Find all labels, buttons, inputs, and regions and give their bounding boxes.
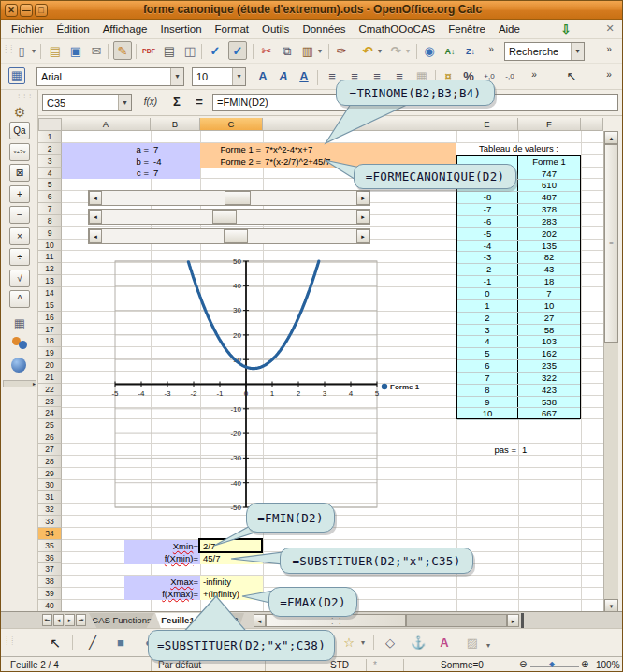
- page-preview-icon[interactable]: ◫: [181, 42, 199, 61]
- menu-item[interactable]: Affichage: [96, 22, 154, 37]
- selection-pointer-icon[interactable]: ↖: [562, 67, 581, 86]
- y-value-cell[interactable]: 103: [518, 336, 580, 347]
- cas-operation-button[interactable]: ÷: [9, 248, 30, 266]
- copy-icon[interactable]: ⧉: [278, 42, 297, 61]
- select-arrow-icon[interactable]: ↖: [46, 634, 65, 652]
- row-header[interactable]: 4: [38, 168, 62, 180]
- row-header[interactable]: 2: [38, 143, 62, 155]
- x-value-cell[interactable]: 1: [457, 300, 518, 312]
- scroll-right-icon[interactable]: ▸: [356, 229, 369, 243]
- parameter-value[interactable]: 7: [149, 144, 158, 154]
- export-pdf-icon[interactable]: PDF: [139, 42, 158, 61]
- values-table-row[interactable]: 5 162: [457, 348, 580, 360]
- row-header[interactable]: 10: [38, 240, 62, 252]
- menu-item[interactable]: Aide: [492, 22, 527, 37]
- parameter-c-scrollbar[interactable]: ◂ ▸: [88, 228, 370, 244]
- cell-reference[interactable]: C35: [43, 97, 118, 109]
- function-equals-icon[interactable]: =: [190, 93, 209, 111]
- font-size-dropdown-icon[interactable]: ▾: [232, 68, 245, 85]
- row-header[interactable]: 11: [38, 251, 62, 263]
- values-table-row[interactable]: 1 10: [457, 300, 580, 313]
- y-value-cell[interactable]: 423: [518, 385, 580, 396]
- y-value-cell[interactable]: 43: [518, 264, 580, 275]
- row-header[interactable]: 31: [38, 491, 62, 504]
- y-value-cell[interactable]: 10: [518, 300, 580, 312]
- x-value-cell[interactable]: 5: [457, 348, 518, 359]
- y-value-cell[interactable]: 667: [518, 408, 580, 419]
- font-size-combobox[interactable]: 10 ▾: [192, 67, 246, 86]
- row-header[interactable]: 27: [38, 444, 62, 456]
- zoom-out-icon[interactable]: ⊖: [519, 659, 527, 669]
- forme-label[interactable]: Forme 1 =: [200, 144, 261, 154]
- x-value-cell[interactable]: -6: [457, 216, 518, 227]
- y-value-cell[interactable]: 283: [518, 216, 580, 227]
- column-header[interactable]: B: [151, 118, 200, 131]
- spellcheck-icon[interactable]: ✓: [206, 42, 225, 61]
- cut-icon[interactable]: ✂: [257, 42, 276, 61]
- row-header[interactable]: 38: [38, 576, 62, 588]
- parameter-label[interactable]: b =: [62, 156, 149, 167]
- open-icon[interactable]: ▤: [46, 42, 65, 61]
- vertical-scrollbar-thumb[interactable]: ≡: [604, 144, 618, 343]
- y-value-cell[interactable]: 487: [518, 192, 580, 203]
- row-header[interactable]: 13: [38, 275, 62, 287]
- scrollbar-thumb[interactable]: [224, 229, 248, 243]
- y-value-cell[interactable]: 322: [518, 373, 580, 384]
- x-value-cell[interactable]: -8: [457, 192, 518, 203]
- callout-substituer-min[interactable]: =SUBSTITUER(D2;"x";C35): [280, 548, 473, 574]
- x-value-cell[interactable]: 9: [457, 397, 518, 408]
- font-name-dropdown-icon[interactable]: ▾: [170, 68, 183, 85]
- row-header[interactable]: 39: [38, 588, 62, 600]
- y-value-cell[interactable]: 58: [518, 325, 580, 336]
- underline-icon[interactable]: A: [295, 67, 313, 86]
- scroll-left-icon[interactable]: ◂: [89, 191, 102, 205]
- row-header[interactable]: 17: [38, 324, 62, 336]
- last-sheet-icon[interactable]: ⇥: [76, 614, 86, 626]
- select-all-corner[interactable]: [38, 118, 62, 131]
- row-header[interactable]: 8: [38, 215, 62, 227]
- calculator-icon[interactable]: ▦: [10, 314, 29, 333]
- row-header[interactable]: 6: [38, 191, 62, 203]
- paste-dropdown-icon[interactable]: ▾: [315, 42, 325, 61]
- scrollbar-splitter[interactable]: [521, 613, 524, 628]
- y-value-cell[interactable]: 747: [518, 168, 580, 180]
- values-table-row[interactable]: 2 27: [457, 313, 580, 325]
- print-icon[interactable]: ▤: [160, 42, 179, 61]
- row-header[interactable]: 33: [38, 516, 62, 528]
- search-dropdown-icon[interactable]: ▾: [571, 43, 584, 60]
- y-value-cell[interactable]: 18: [518, 276, 580, 287]
- toolbar-overflow-icon[interactable]: »: [482, 40, 500, 59]
- values-table-row[interactable]: -4 135: [457, 241, 580, 253]
- menu-item[interactable]: Données: [296, 22, 352, 37]
- values-table-row[interactable]: 3 58: [457, 325, 580, 337]
- sidebar-expander[interactable]: ▸: [3, 380, 36, 387]
- next-sheet-icon[interactable]: ▸: [65, 614, 75, 626]
- redo-icon[interactable]: ↷: [386, 42, 405, 61]
- update-available-icon[interactable]: ⇩: [558, 22, 573, 37]
- x-value-cell[interactable]: 10: [457, 408, 518, 419]
- row-header[interactable]: 32: [38, 504, 62, 516]
- row-header[interactable]: 40: [38, 600, 62, 612]
- callout-formecanonique[interactable]: =FORMECANONIQUE(D2): [354, 164, 516, 189]
- callout-substituer-max[interactable]: =SUBSTITUER(D2;"x";C38): [148, 630, 335, 661]
- parameter-label[interactable]: c =: [62, 168, 149, 178]
- parameter-label[interactable]: a =: [62, 144, 149, 154]
- bold-icon[interactable]: A: [254, 67, 272, 86]
- scroll-up-icon[interactable]: ▴: [604, 131, 618, 144]
- x-value-cell[interactable]: 8: [457, 385, 518, 396]
- row-header[interactable]: 7: [38, 203, 62, 215]
- row-header[interactable]: 34: [38, 528, 62, 540]
- values-table-row[interactable]: -1 18: [457, 276, 580, 288]
- values-table-row[interactable]: 7 322: [457, 373, 580, 385]
- parameter-b-scrollbar[interactable]: ◂ ▸: [88, 209, 370, 225]
- paste-icon[interactable]: ▥: [298, 42, 317, 61]
- close-document-icon[interactable]: ✕: [603, 22, 616, 36]
- values-table-row[interactable]: -6 283: [457, 216, 580, 228]
- forme-expression[interactable]: 7*(x-2/7)^2+45/7: [261, 156, 330, 167]
- fxmin-label-cell[interactable]: f(Xmin)=: [124, 552, 200, 564]
- column-header[interactable]: F: [518, 118, 581, 131]
- row-header[interactable]: 20: [38, 359, 62, 372]
- edit-mode-icon[interactable]: ✎: [113, 41, 132, 60]
- y-value-cell[interactable]: 235: [518, 360, 580, 372]
- italic-icon[interactable]: A: [274, 67, 293, 86]
